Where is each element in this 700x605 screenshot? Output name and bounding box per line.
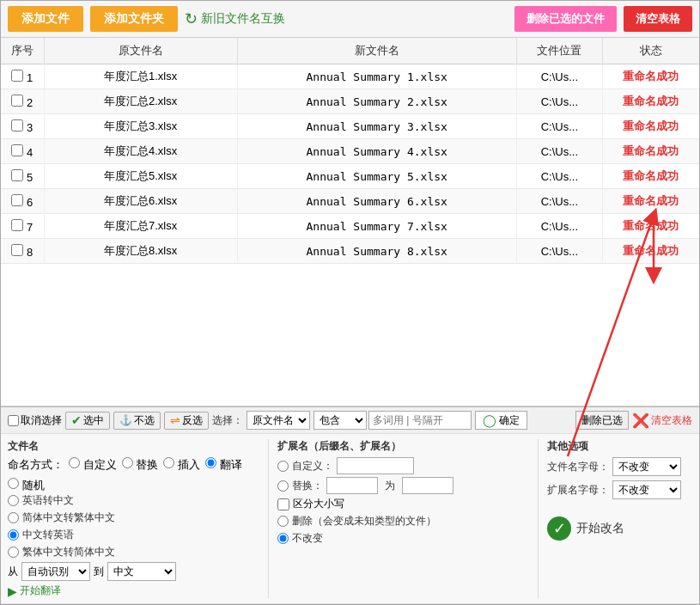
ext-delete-radio[interactable] (277, 516, 289, 527)
naming-insert-radio[interactable] (163, 457, 174, 468)
ext-custom-input[interactable] (337, 457, 414, 474)
ext-case-options-row: 扩展名字母： 不改变 大写 小写 (547, 480, 692, 499)
row-orig: 年度汇总3.xlsx (44, 114, 237, 139)
deselect-button[interactable]: ⚓ 不选 (113, 412, 161, 430)
col-header-status: 状态 (602, 38, 699, 64)
naming-custom-radio[interactable] (69, 457, 80, 468)
trad-to-simplified-radio[interactable] (8, 547, 19, 558)
file-table-container: 序号 原文件名 新文件名 文件位置 状态 1 年度汇总1.xlsx Annual… (1, 38, 699, 406)
row-status: 重命名成功 (602, 139, 699, 164)
start-rename-icon: ✓ (547, 516, 571, 541)
ext-replace-row: 替换： 为 (277, 477, 531, 494)
row-seq: 8 (1, 239, 44, 264)
table-row: 1 年度汇总1.xlsx Annual Summary 1.xlsx C:\Us… (1, 64, 699, 89)
select-field-select[interactable]: 原文件名 新文件名 (247, 411, 310, 430)
left-panel-title: 文件名 (8, 439, 261, 454)
anchor-icon: ⚓ (119, 414, 132, 426)
select-all-icon: ✔ (71, 413, 82, 427)
row-orig: 年度汇总4.xlsx (44, 139, 237, 164)
row-status: 重命名成功 (602, 64, 699, 89)
row-checkbox[interactable] (11, 70, 23, 82)
filename-case-label: 文件名字母： (547, 460, 609, 474)
ext-custom-label: 自定义： (292, 459, 333, 474)
panel-left: 文件名 命名方式： 自定义 替换 插入 翻译 随机 英语转中文 简体中文转繁体中… (8, 439, 268, 598)
trad-to-simplified-label: 繁体中文转简体中文 (22, 545, 115, 559)
table-row: 8 年度汇总8.xlsx Annual Summary 8.xlsx C:\Us… (1, 239, 699, 264)
row-new: Annual Summary 3.xlsx (237, 114, 516, 139)
ext-case-checkbox[interactable] (277, 498, 289, 510)
to-lang-select[interactable]: 中文 英语 (107, 562, 176, 581)
col-header-seq: 序号 (1, 38, 44, 64)
swap-filenames-button[interactable]: ↻ 新旧文件名互换 (185, 9, 285, 28)
bottom-area: 取消选择 ✔ 选中 ⚓ 不选 ⇌ 反选 选择： 原文件名 新文件名 (1, 406, 699, 604)
filename-case-select[interactable]: 不改变 大写 小写 (612, 457, 681, 476)
row-new: Annual Summary 4.xlsx (237, 139, 516, 164)
for-label: 为 (385, 479, 395, 493)
ext-custom-row: 自定义： (277, 457, 531, 474)
row-loc: C:\Us... (516, 114, 602, 139)
add-file-button[interactable]: 添加文件 (8, 6, 83, 32)
table-row: 6 年度汇总6.xlsx Annual Summary 6.xlsx C:\Us… (1, 189, 699, 214)
en-to-zh-label: 英语转中文 (22, 493, 74, 508)
ext-nochange-radio[interactable] (277, 533, 289, 544)
cancel-select-checkbox[interactable] (8, 415, 19, 426)
row-checkbox[interactable] (11, 144, 23, 156)
ext-delete-label: 删除（会变成未知类型的文件） (292, 514, 436, 529)
contain-input[interactable] (368, 411, 472, 430)
row-seq: 5 (1, 164, 44, 189)
row-status: 重命名成功 (602, 114, 699, 139)
add-folder-button[interactable]: 添加文件夹 (90, 6, 178, 32)
row-loc: C:\Us... (516, 214, 602, 239)
panel-right: 其他选项 文件名字母： 不改变 大写 小写 扩展名字母： 不改变 大写 小写 (538, 439, 692, 598)
ext-replace-radio[interactable] (277, 480, 289, 492)
cancel-select-label: 取消选择 (21, 413, 62, 428)
select-field-dropdown[interactable]: 原文件名 新文件名 (247, 411, 310, 430)
row-checkbox[interactable] (11, 219, 23, 231)
from-lang-select[interactable]: 自动识别 中文 英语 (21, 562, 90, 581)
row-status: 重命名成功 (602, 239, 699, 264)
row-new: Annual Summary 8.xlsx (237, 239, 516, 264)
ext-nochange-label: 不改变 (292, 531, 323, 546)
panel-mid: 扩展名（后缀名、扩展名） 自定义： 替换： 为 区分大小写 (268, 439, 538, 598)
simplified-to-trad-radio[interactable] (8, 512, 19, 523)
invert-select-button[interactable]: ⇌ 反选 (164, 412, 209, 430)
confirm-button[interactable]: ◯ 确定 (475, 411, 527, 430)
delete-selected-button[interactable]: 删除已选的文件 (514, 6, 617, 32)
table-row: 5 年度汇总5.xlsx Annual Summary 5.xlsx C:\Us… (1, 164, 699, 189)
row-loc: C:\Us... (516, 64, 602, 89)
start-rename-button[interactable]: ✓ (547, 516, 571, 541)
row-checkbox[interactable] (11, 119, 23, 131)
ext-replace-to-input[interactable] (402, 477, 453, 494)
contain-select[interactable]: 包含 不包含 (313, 411, 367, 430)
delete-checked-button[interactable]: 删除已选 (575, 411, 629, 430)
naming-insert-label: 插入 (163, 457, 200, 473)
start-translate-button[interactable]: ▶ 开始翻译 (8, 584, 61, 598)
right-panel-title: 其他选项 (547, 439, 692, 454)
row-checkbox[interactable] (11, 244, 23, 256)
table-row: 7 年度汇总7.xlsx Annual Summary 7.xlsx C:\Us… (1, 214, 699, 239)
table-row: 2 年度汇总2.xlsx Annual Summary 2.xlsx C:\Us… (1, 89, 699, 114)
clear-table-button[interactable]: 清空表格 (624, 6, 692, 32)
row-new: Annual Summary 5.xlsx (237, 164, 516, 189)
selection-bar: 取消选择 ✔ 选中 ⚓ 不选 ⇌ 反选 选择： 原文件名 新文件名 (1, 407, 699, 434)
cancel-select-check[interactable]: 取消选择 (8, 413, 62, 428)
row-orig: 年度汇总8.xlsx (44, 239, 237, 264)
row-orig: 年度汇总1.xlsx (44, 64, 237, 89)
select-all-button[interactable]: ✔ 选中 (65, 412, 110, 430)
table-row: 3 年度汇总3.xlsx Annual Summary 3.xlsx C:\Us… (1, 114, 699, 139)
row-checkbox[interactable] (11, 95, 23, 107)
row-checkbox[interactable] (11, 169, 23, 181)
zh-to-en-radio[interactable] (8, 529, 19, 541)
filename-case-row: 文件名字母： 不改变 大写 小写 (547, 457, 692, 476)
clear-checked-button[interactable]: ❌ 清空表格 (632, 412, 692, 429)
ext-case-row: 区分大小写 (277, 497, 531, 511)
row-checkbox[interactable] (11, 194, 23, 206)
ext-replace-from-input[interactable] (326, 477, 378, 494)
ext-case-select[interactable]: 不改变 大写 小写 (612, 480, 681, 499)
naming-replace-label: 替换 (122, 457, 159, 473)
naming-replace-radio[interactable] (122, 457, 133, 468)
naming-random-radio[interactable] (8, 478, 19, 489)
ext-custom-radio[interactable] (277, 461, 289, 472)
naming-translate-radio[interactable] (205, 457, 216, 468)
en-to-zh-radio[interactable] (8, 495, 19, 506)
